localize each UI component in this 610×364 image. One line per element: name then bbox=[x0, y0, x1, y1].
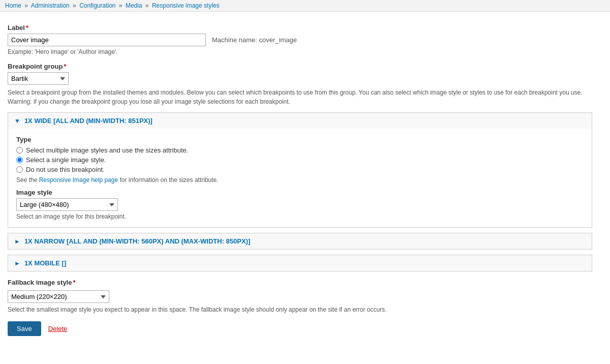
breadcrumb-responsive-image-styles[interactable]: Responsive image styles bbox=[152, 2, 220, 9]
breadcrumb-administration[interactable]: Administration bbox=[31, 2, 70, 9]
toggle-icon-1x-narrow: ► bbox=[14, 238, 20, 245]
label-field-label: Label* bbox=[8, 24, 592, 32]
breakpoint-body-1x-wide: Type Select multiple image styles and us… bbox=[8, 129, 592, 227]
fallback-label: Fallback image style* bbox=[8, 279, 592, 286]
label-description: Example: 'Hero image' or 'Author image'. bbox=[8, 48, 592, 55]
delete-button[interactable]: Delete bbox=[48, 325, 68, 332]
fallback-image-style-select[interactable]: Medium (220×220) bbox=[8, 290, 109, 303]
breakpoint-section-1x-wide: ▼ 1X WIDE [ALL AND (MIN-WIDTH: 851PX)] T… bbox=[8, 112, 592, 228]
fallback-section: Fallback image style* Medium (220×220) S… bbox=[8, 279, 592, 313]
radio-multiple-input[interactable] bbox=[16, 147, 23, 154]
breakpoint-title-1x-narrow: 1X NARROW [ALL AND (MIN-WIDTH: 560PX) AN… bbox=[24, 237, 250, 245]
breakpoint-title-1x-mobile: 1X MOBILE [] bbox=[24, 259, 66, 267]
breadcrumb-configuration[interactable]: Configuration bbox=[79, 2, 115, 9]
toggle-icon-1x-wide: ▼ bbox=[14, 117, 20, 125]
label-input[interactable] bbox=[8, 34, 206, 46]
fallback-select-wrapper: Medium (220×220) bbox=[8, 288, 592, 305]
breakpoint-section-1x-mobile: ► 1X MOBILE [] bbox=[8, 255, 592, 271]
breakpoint-header-1x-mobile[interactable]: ► 1X MOBILE [] bbox=[8, 255, 592, 271]
breadcrumb: Home » Administration » Configuration » … bbox=[0, 0, 610, 12]
breakpoint-header-1x-wide[interactable]: ▼ 1X WIDE [ALL AND (MIN-WIDTH: 851PX)] bbox=[8, 113, 592, 129]
fallback-description: Select the smallest image style you expe… bbox=[8, 306, 592, 313]
breakpoint-header-1x-narrow[interactable]: ► 1X NARROW [ALL AND (MIN-WIDTH: 560PX) … bbox=[8, 233, 592, 249]
type-label-1x-wide: Type bbox=[16, 136, 584, 143]
form-actions: Save Delete bbox=[8, 321, 592, 336]
breakpoint-section-1x-narrow: ► 1X NARROW [ALL AND (MIN-WIDTH: 560PX) … bbox=[8, 233, 592, 250]
toggle-icon-1x-mobile: ► bbox=[14, 260, 20, 267]
breadcrumb-home[interactable]: Home bbox=[5, 2, 21, 9]
image-style-select-1x-wide[interactable]: Large (480×480) bbox=[16, 198, 118, 211]
image-style-label-1x-wide: Image style bbox=[16, 189, 584, 196]
responsive-image-help-link[interactable]: Responsive Image help page bbox=[39, 176, 118, 184]
label-input-row: Machine name: cover_image bbox=[8, 34, 592, 46]
radio-none-label: Do not use this breakpoint. bbox=[26, 166, 105, 173]
breakpoint-group-select-wrapper: Bartik bbox=[8, 72, 592, 85]
sizes-note-1x-wide: See the Responsive Image help page for i… bbox=[16, 176, 584, 184]
image-style-select-wrapper-1x-wide: Large (480×480) bbox=[16, 198, 584, 211]
radio-none-1x-wide: Do not use this breakpoint. bbox=[16, 166, 584, 173]
radio-multiple-1x-wide: Select multiple image styles and use the… bbox=[16, 146, 584, 154]
main-content: Label* Machine name: cover_image Example… bbox=[0, 12, 600, 346]
radio-single-input[interactable] bbox=[16, 157, 23, 163]
breakpoint-group-description: Select a breakpoint group from the insta… bbox=[8, 88, 592, 106]
radio-single-label: Select a single image style. bbox=[26, 156, 106, 164]
radio-single-1x-wide: Select a single image style. bbox=[16, 156, 584, 164]
breakpoint-group-label: Breakpoint group* bbox=[8, 63, 592, 70]
image-style-desc-1x-wide: Select an image style for this breakpoin… bbox=[16, 213, 584, 220]
breakpoint-title-1x-wide: 1X WIDE [ALL AND (MIN-WIDTH: 851PX)] bbox=[24, 117, 152, 125]
save-button[interactable]: Save bbox=[8, 321, 41, 336]
machine-name-display: Machine name: cover_image bbox=[212, 36, 297, 44]
radio-multiple-label: Select multiple image styles and use the… bbox=[26, 146, 188, 154]
breadcrumb-media[interactable]: Media bbox=[126, 2, 142, 9]
radio-none-input[interactable] bbox=[16, 166, 23, 173]
breakpoint-group-select[interactable]: Bartik bbox=[8, 72, 69, 85]
